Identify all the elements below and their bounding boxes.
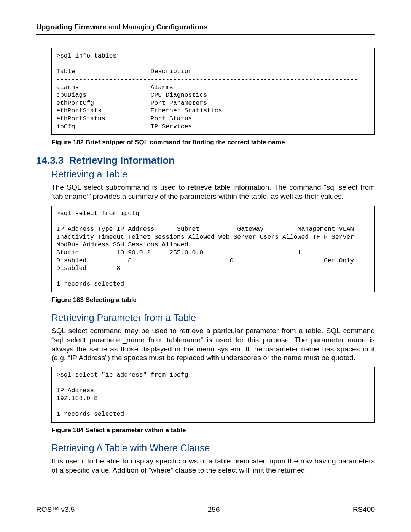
section-title: Retrieving Information xyxy=(69,155,175,166)
subheading-where-clause: Retrieving A Table with Where Clause xyxy=(51,443,375,454)
figure-caption-182: Figure 182 Brief snippet of SQL command … xyxy=(51,139,375,146)
paragraph-3: It is useful to be able to display speci… xyxy=(51,457,375,475)
running-header: Upgrading Firmware and Managing Configur… xyxy=(36,23,375,35)
paragraph-1: The SQL select subcommand is used to ret… xyxy=(51,183,375,201)
header-bold-2: Configurations xyxy=(156,23,208,31)
section-number: 14.3.3 xyxy=(36,155,64,166)
section-heading: 14.3.3 Retrieving Information xyxy=(36,155,375,166)
footer-right: RS400 xyxy=(353,505,375,514)
header-plain: and Managing xyxy=(107,23,156,31)
page-footer: ROS™ v3.5 256 RS400 xyxy=(36,505,375,514)
subheading-retrieving-table: Retrieving a Table xyxy=(51,169,375,180)
code-block-2: >sql select from ipcfg IP Address Type I… xyxy=(51,206,375,292)
footer-page-number: 256 xyxy=(208,505,220,514)
footer-left: ROS™ v3.5 xyxy=(36,505,75,514)
code-block-3: >sql select "ip address" from ipcfg IP A… xyxy=(51,367,375,423)
page: Upgrading Firmware and Managing Configur… xyxy=(0,0,411,532)
subheading-retrieving-parameter: Retrieving Parameter from a Table xyxy=(51,312,375,323)
header-bold-1: Upgrading Firmware xyxy=(36,23,107,31)
code-block-1: >sql info tables Table Description -----… xyxy=(51,48,375,135)
paragraph-2: SQL select command may be used to retrie… xyxy=(51,326,375,363)
figure-caption-183: Figure 183 Selecting a table xyxy=(51,296,375,304)
figure-caption-184: Figure 184 Select a parameter within a t… xyxy=(51,427,375,434)
